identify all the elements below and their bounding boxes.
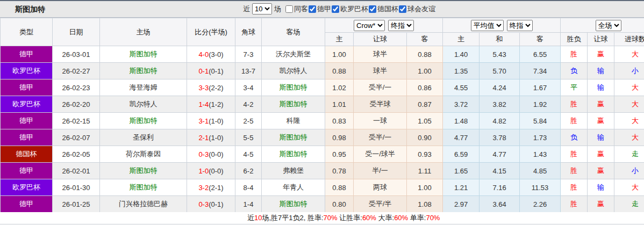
summary-label: 近: [247, 214, 254, 222]
result-handicap: 赢: [588, 146, 614, 163]
euro-away-odds: 5.84: [520, 113, 561, 129]
same-away-checkbox[interactable]: [285, 5, 293, 13]
scope-select[interactable]: 全场: [596, 20, 621, 31]
corner-score: 8-4: [235, 179, 262, 196]
away-team: 科隆: [262, 113, 325, 129]
result-handicap: 赢: [588, 196, 614, 213]
german-cup-checkbox[interactable]: [369, 5, 376, 13]
same-away-checkbox-label[interactable]: 同客: [285, 4, 308, 14]
result-handicap: 输: [588, 179, 614, 196]
result-wdl: 胜: [561, 196, 588, 213]
result-handicap: 赢: [588, 113, 614, 129]
handicap-line: 受一/球半: [354, 146, 407, 163]
euro-home-odds: 2.97: [443, 196, 480, 213]
handicap-home-odds: 1.01: [325, 96, 354, 113]
club-friendly-checkbox-label[interactable]: 球会友谊: [399, 4, 435, 14]
away-team: 斯图加特: [262, 146, 325, 163]
bundesliga-checkbox-label[interactable]: 德甲: [309, 4, 331, 14]
match-count-select[interactable]: 10: [252, 3, 272, 14]
result-wdl: 胜: [561, 113, 588, 129]
handicap-away-odds: 1.00: [407, 179, 443, 196]
filter-label: 德国杯: [377, 4, 398, 14]
summary-value: 70%: [426, 214, 440, 222]
league-badge: 欧罗巴杯: [1, 96, 53, 113]
handicap-home-odds: 0.88: [325, 179, 354, 196]
handicap-line: 半/一: [354, 163, 407, 179]
match-date: 26-02-27: [53, 63, 100, 79]
result-wdl: 胜: [561, 179, 588, 196]
euro-home-odds: 1.40: [443, 46, 480, 63]
europa-league-checkbox[interactable]: [332, 5, 339, 13]
result-handicap: 赢: [588, 46, 614, 63]
handicap-stage-select[interactable]: 终指: [388, 20, 414, 31]
result-wdl: 平: [561, 79, 588, 96]
euro-away-odds: 6.55: [520, 46, 561, 63]
score-fulltime: 3-1: [198, 117, 209, 125]
match-date: 26-01-30: [53, 179, 100, 196]
europe-stage-select[interactable]: 终指: [507, 20, 533, 31]
matches-table: 类型 日期 主场 比分(半场) 角球 客场 Crow* 终指 平均值: [0, 18, 644, 213]
euro-home-odds: 1.21: [443, 179, 480, 196]
euro-draw-odds: 4.24: [480, 79, 520, 96]
score-cell: 4-0(3-0): [187, 46, 235, 63]
result-goals: 走: [614, 146, 644, 163]
handicap-away-odds: 0.88: [407, 46, 443, 63]
handicap-line: 一球: [354, 113, 407, 129]
bookmaker-select[interactable]: Crow*: [354, 20, 385, 31]
score-cell: 2-1(1-0): [187, 129, 235, 146]
euro-draw-odds: 4.77: [480, 146, 520, 163]
euro-draw-odds: 3.64: [480, 196, 520, 213]
summary-value: 10: [254, 214, 262, 222]
german-cup-checkbox-label[interactable]: 德国杯: [369, 4, 398, 14]
league-badge: 德甲: [1, 196, 53, 213]
result-goals: 大: [614, 96, 644, 113]
corner-score: 4-2: [235, 96, 262, 113]
col-header-home: 主场: [100, 18, 187, 46]
col-header-result-wdl: 胜负: [561, 33, 588, 46]
euro-away-odds: 1.73: [520, 129, 561, 146]
handicap-home-odds: 1.00: [325, 46, 354, 63]
result-handicap: 输: [588, 79, 614, 96]
summary-value: 60%: [362, 214, 376, 222]
handicap-line: 受平/半: [354, 196, 407, 213]
league-badge: 德甲: [1, 79, 53, 96]
handicap-away-odds: 0.93: [407, 146, 443, 163]
result-wdl: 胜: [561, 163, 588, 179]
handicap-away-odds: 1.00: [407, 63, 443, 79]
result-wdl: 负: [561, 63, 588, 79]
home-team: 斯图加特: [100, 113, 187, 129]
score-halftime: (1-2): [209, 100, 223, 108]
away-team: 年青人: [262, 179, 325, 196]
bundesliga-checkbox[interactable]: [309, 5, 316, 13]
europe-source-select[interactable]: 平均值: [471, 20, 504, 31]
handicap-away-odds: 1.05: [407, 113, 443, 129]
handicap-line: 两球: [354, 179, 407, 196]
euro-home-odds: 4.55: [443, 79, 480, 96]
score-fulltime: 0-3: [198, 150, 209, 158]
euro-away-odds: 1.92: [520, 96, 561, 113]
summary-label: 单率:: [408, 214, 426, 222]
games-unit-label: 场: [274, 4, 281, 14]
home-team: 斯图加特: [100, 46, 187, 63]
result-goals: 小: [614, 163, 644, 179]
europa-league-checkbox-label[interactable]: 欧罗巴杯: [332, 4, 368, 14]
col-header-result-goals: 进球数: [614, 33, 644, 46]
result-wdl: 负: [561, 129, 588, 146]
score-cell: 1-0(0-0): [187, 163, 235, 179]
away-team: 斯图加特: [262, 196, 325, 213]
filter-label: 球会友谊: [407, 4, 435, 14]
handicap-line: 受半球: [354, 96, 407, 113]
corner-score: 1-4: [235, 196, 262, 213]
handicap-away-odds: 0.86: [407, 79, 443, 96]
club-friendly-checkbox[interactable]: [399, 5, 406, 13]
score-fulltime: 4-0: [198, 50, 209, 59]
euro-away-odds: 11.53: [520, 179, 561, 196]
result-group: 全场: [561, 18, 644, 33]
handicap-home-odds: 0.98: [325, 129, 354, 146]
result-handicap: 输: [588, 129, 614, 146]
col-header-league: 类型: [1, 18, 53, 46]
match-date: 26-02-23: [53, 79, 100, 96]
result-goals: 大: [614, 129, 644, 146]
col-header-away: 客场: [262, 18, 325, 46]
result-goals: 大: [614, 46, 644, 63]
